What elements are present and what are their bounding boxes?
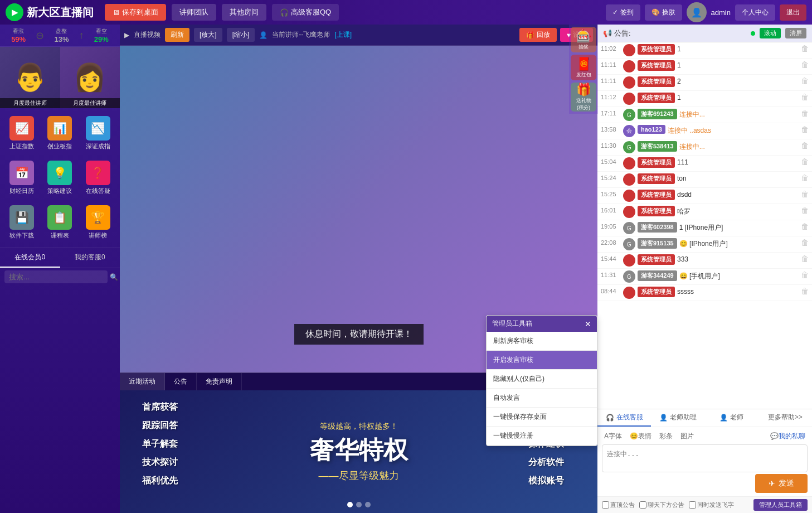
btn-register[interactable]: 一键慢慢注册 bbox=[487, 427, 597, 446]
service-qq-button[interactable]: 🎧 高级客服QQ bbox=[272, 4, 339, 21]
float-buttons: 🎰 抽奖 🧧 发红包 🎁 送礼物(积分) bbox=[569, 25, 598, 114]
tab-teacher-assistant[interactable]: 👤 老师助理 bbox=[651, 409, 704, 427]
delete-msg-btn[interactable]: 🗑 bbox=[801, 44, 809, 53]
delete-msg-btn[interactable]: 🗑 bbox=[801, 270, 809, 279]
chat-row: 17:11 G 游客691243 连接中... 🗑 bbox=[597, 107, 812, 123]
break-notice: 休息时间，敬请期待开课！ bbox=[294, 324, 424, 345]
promo-dot-2[interactable] bbox=[356, 502, 362, 507]
palette-icon: 🎨 bbox=[651, 8, 660, 16]
promo-dot-1[interactable] bbox=[347, 502, 353, 507]
scroll-button[interactable]: 滚动 bbox=[760, 28, 781, 38]
tab-online-members[interactable]: 在线会员0 bbox=[0, 248, 60, 268]
redpacket-label: 发红包 bbox=[576, 71, 591, 79]
delete-msg-btn[interactable]: 🗑 bbox=[801, 173, 809, 182]
tab-more-help[interactable]: 更多帮助>> bbox=[758, 409, 812, 427]
icon-schedule[interactable]: 📋 课程表 bbox=[41, 201, 78, 244]
delete-msg-btn[interactable]: 🗑 bbox=[801, 238, 809, 247]
skin-button[interactable]: 🎨 换肤 bbox=[645, 4, 682, 21]
tab-teacher[interactable]: 👤 老师 bbox=[705, 409, 758, 427]
save-desktop-button[interactable]: 🖥 保存到桌面 bbox=[105, 4, 166, 21]
gift-button[interactable]: 🎁 送礼物(积分) bbox=[571, 83, 596, 112]
format-buttons-row: A字体 😊表情 彩条 图片 💬我的私聊 bbox=[602, 430, 808, 442]
headset-icon: 🎧 bbox=[606, 414, 614, 422]
chat-row: 15:25 系统管理员 dsdd 🗑 bbox=[597, 188, 812, 204]
promo-left-4: 技术探讨 bbox=[142, 457, 178, 468]
tab-recent-activity[interactable]: 近期活动 bbox=[120, 373, 165, 390]
lottery-icon: 🎰 bbox=[576, 29, 591, 43]
image-btn[interactable]: 图片 bbox=[678, 430, 696, 442]
profile-button[interactable]: 个人中心 bbox=[735, 4, 775, 21]
check-top-notice[interactable]: 直顶公告 bbox=[602, 501, 635, 509]
exit-button[interactable]: 退出 bbox=[780, 4, 806, 21]
icon-shenzhen[interactable]: 📉 深证成指 bbox=[80, 112, 116, 155]
delete-msg-btn[interactable]: 🗑 bbox=[801, 141, 809, 150]
send-button[interactable]: ✈ 发送 bbox=[755, 474, 808, 493]
btn-save-desktop[interactable]: 一键慢保存存桌面 bbox=[487, 408, 597, 427]
font-btn[interactable]: A字体 bbox=[602, 430, 624, 442]
other-rooms-button[interactable]: 其他房间 bbox=[222, 4, 266, 21]
gift-icon: 🎁 bbox=[576, 83, 591, 97]
avatar-user: G bbox=[623, 222, 635, 234]
lottery-button[interactable]: 🎰 抽奖 bbox=[571, 27, 596, 52]
refresh-button[interactable]: 刷新 bbox=[165, 28, 189, 42]
teacher-card-2[interactable]: 👩 月度最佳讲师 bbox=[60, 47, 120, 108]
promo-center: 等级越高，特权越多！ 奢华特权 ——尽显等级魅力 bbox=[310, 422, 408, 482]
avatar-admin bbox=[623, 60, 635, 72]
search-input[interactable] bbox=[4, 270, 108, 283]
tab-my-service[interactable]: 我的客服0 bbox=[60, 248, 120, 268]
avatar-admin bbox=[623, 44, 635, 56]
logo: ▶ 新大区直播间 bbox=[6, 3, 94, 21]
icon-calendar[interactable]: 📅 财经日历 bbox=[3, 156, 40, 200]
icon-shangzheng[interactable]: 📈 上证指数 bbox=[3, 112, 40, 155]
delete-msg-btn[interactable]: 🗑 bbox=[801, 109, 809, 118]
btn-hide-others[interactable]: 隐藏别人(仅自己) bbox=[487, 370, 597, 389]
check-fly-text[interactable]: 同时发送飞字 bbox=[689, 501, 734, 509]
emoji-btn[interactable]: 😊表情 bbox=[628, 430, 654, 442]
signin-button[interactable]: ✓ 签到 bbox=[606, 4, 640, 21]
color-btn[interactable]: 彩条 bbox=[657, 430, 675, 442]
delete-msg-btn[interactable]: 🗑 bbox=[801, 157, 809, 166]
btn-auto-send[interactable]: 自动发言 bbox=[487, 389, 597, 408]
delete-msg-btn[interactable]: 🗑 bbox=[801, 222, 809, 231]
btn-refresh-audit[interactable]: 刷新房客审核 bbox=[487, 332, 597, 351]
tab-online-service[interactable]: 🎧 在线客服 bbox=[597, 409, 651, 427]
tab-disclaimer[interactable]: 免责声明 bbox=[197, 373, 242, 390]
delete-msg-btn[interactable]: 🗑 bbox=[801, 125, 809, 134]
size-small-button[interactable]: [缩小] bbox=[227, 28, 255, 42]
message-input[interactable] bbox=[602, 444, 808, 472]
chat-row: 11:12 系统管理员 1 🗑 bbox=[597, 91, 812, 107]
icon-qa[interactable]: ❓ 在线答疑 bbox=[80, 156, 116, 200]
delete-msg-btn[interactable]: 🗑 bbox=[801, 254, 809, 263]
icon-ranking[interactable]: 🏆 讲师榜 bbox=[80, 201, 116, 244]
delete-msg-btn[interactable]: 🗑 bbox=[801, 76, 809, 85]
manage-tools-button[interactable]: 管理人员工具箱 bbox=[753, 499, 808, 511]
icon-chuangye[interactable]: 📊 创业板指 bbox=[41, 112, 78, 155]
avatar-user: G bbox=[623, 270, 635, 283]
redpacket-button[interactable]: 🧧 发红包 bbox=[571, 55, 596, 80]
icon-strategy[interactable]: 💡 策略建议 bbox=[41, 156, 78, 200]
promo-dot-3[interactable] bbox=[365, 502, 371, 507]
delete-msg-btn[interactable]: 🗑 bbox=[801, 93, 809, 101]
teacher-card-1[interactable]: 👨 月度最佳讲师 bbox=[0, 47, 60, 108]
delete-msg-btn[interactable]: 🗑 bbox=[801, 287, 809, 296]
btn-open-audit[interactable]: 开启发言审核 bbox=[487, 351, 597, 370]
quick-tabs: 🎧 在线客服 👤 老师助理 👤 老师 bbox=[597, 409, 812, 427]
delete-msg-btn[interactable]: 🗑 bbox=[801, 206, 809, 215]
delete-msg-btn[interactable]: 🗑 bbox=[801, 60, 809, 69]
my-private-btn[interactable]: 💬我的私聊 bbox=[768, 430, 808, 442]
promo-sub: ——尽显等级魅力 bbox=[310, 469, 408, 482]
size-large-button[interactable]: [放大] bbox=[194, 28, 222, 42]
replay-button[interactable]: 🎁 回放 bbox=[519, 28, 557, 42]
search-icon[interactable]: 🔍 bbox=[110, 273, 118, 281]
clear-screen-button[interactable]: 清屏 bbox=[785, 28, 806, 38]
close-popup-button[interactable]: ✕ bbox=[585, 320, 591, 328]
icon-box-calendar: 📅 bbox=[9, 161, 34, 185]
teachers-button[interactable]: 讲师团队 bbox=[172, 4, 216, 21]
icon-download[interactable]: 💾 软件下载 bbox=[3, 201, 40, 244]
check-chat-below[interactable]: 聊天下方公告 bbox=[639, 501, 684, 509]
delete-msg-btn[interactable]: 🗑 bbox=[801, 190, 809, 199]
icon-box-shangzheng: 📈 bbox=[9, 116, 34, 141]
chat-row: 11:11 系统管理员 2 🗑 bbox=[597, 75, 812, 91]
ticker-divider-1: ⊖ bbox=[36, 30, 44, 42]
tab-notice[interactable]: 公告 bbox=[165, 373, 197, 390]
